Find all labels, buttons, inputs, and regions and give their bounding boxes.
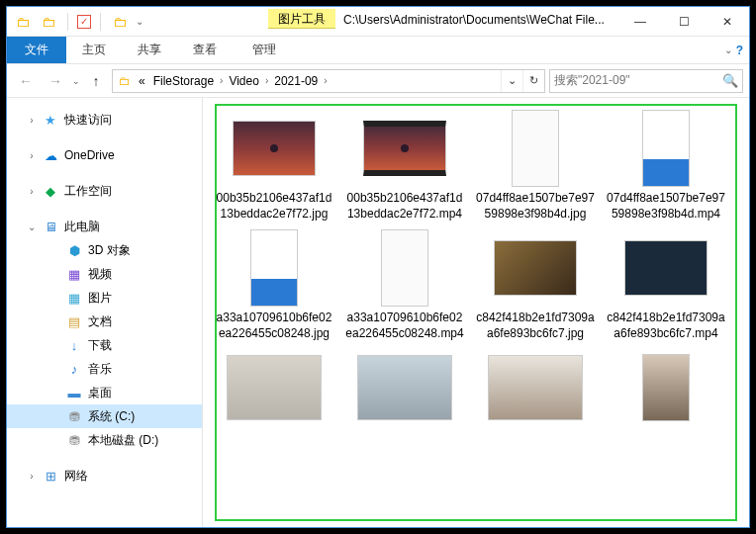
- sidebar-videos[interactable]: ›▦视频: [7, 262, 202, 286]
- search-icon[interactable]: 🔍: [722, 73, 738, 88]
- chevron-right-icon[interactable]: ›: [263, 75, 270, 86]
- sidebar-this-pc[interactable]: ⌄🖥此电脑: [7, 215, 202, 238]
- thumbnail: [357, 108, 452, 189]
- file-name: 00b35b2106e437af1d13beddac2e7f72.jpg: [211, 189, 337, 222]
- thumbnail: [227, 347, 322, 428]
- sidebar-onedrive[interactable]: ›☁OneDrive: [7, 143, 202, 167]
- file-item[interactable]: 07d4ff8ae1507be7e9759898e3f98b4d.mp4: [603, 108, 729, 222]
- tab-view[interactable]: 查看: [177, 37, 233, 63]
- sidebar-drive-d[interactable]: ›⛃本地磁盘 (D:): [7, 428, 202, 452]
- address-dropdown-icon[interactable]: ⌄: [501, 70, 522, 92]
- file-item[interactable]: c842f418b2e1fd7309aa6fe893bc6fc7.mp4: [603, 227, 729, 341]
- sidebar-3d-objects[interactable]: ›⬢3D 对象: [7, 238, 202, 262]
- thumbnail-image: [233, 121, 316, 176]
- video-icon: ▦: [66, 266, 82, 282]
- file-item[interactable]: 00b35b2106e437af1d13beddac2e7f72.jpg: [211, 108, 337, 222]
- picture-icon: ▦: [66, 290, 82, 306]
- help-icon[interactable]: ?: [736, 44, 743, 57]
- breadcrumb-overflow[interactable]: «: [135, 70, 149, 92]
- maximize-button[interactable]: ☐: [662, 7, 706, 36]
- qat-open-icon[interactable]: 🗀: [110, 12, 130, 32]
- file-name: [531, 428, 539, 430]
- file-item[interactable]: [603, 347, 729, 430]
- thumbnail-image: [512, 110, 559, 187]
- sidebar-quick-access[interactable]: ›★快速访问: [7, 108, 202, 132]
- body: ›★快速访问 ›☁OneDrive ›◆工作空间 ⌄🖥此电脑 ›⬢3D 对象 ›…: [7, 98, 749, 527]
- search-input[interactable]: 搜索"2021-09" 🔍: [549, 69, 743, 93]
- refresh-button[interactable]: ↻: [522, 70, 544, 92]
- tab-share[interactable]: 共享: [122, 37, 177, 63]
- chevron-right-icon[interactable]: ›: [322, 75, 329, 86]
- file-item[interactable]: [472, 347, 599, 430]
- thumbnail: [488, 347, 583, 428]
- breadcrumb-item[interactable]: 2021-09: [270, 70, 322, 92]
- file-item[interactable]: 00b35b2106e437af1d13beddac2e7f72.mp4: [341, 108, 468, 222]
- sidebar-desktop[interactable]: ›▬桌面: [7, 381, 202, 404]
- sidebar-downloads[interactable]: ›↓下载: [7, 333, 202, 357]
- file-list[interactable]: 00b35b2106e437af1d13beddac2e7f72.jpg00b3…: [203, 98, 749, 527]
- thumbnail: [488, 227, 583, 309]
- cube-icon: ⬢: [66, 242, 82, 258]
- separator: [100, 13, 101, 31]
- file-name: 07d4ff8ae1507be7e9759898e3f98b4d.mp4: [603, 189, 729, 222]
- sidebar-drive-c[interactable]: ›⛃系统 (C:): [7, 404, 202, 428]
- thumbnail: [488, 108, 583, 189]
- thumbnail-image: [250, 229, 298, 307]
- sidebar-music[interactable]: ›♪音乐: [7, 357, 202, 381]
- thumbnail-image: [642, 354, 690, 421]
- quick-access-toolbar: 🗀 🗀 ✓ 🗀 ⌄: [7, 7, 149, 36]
- desktop-icon: ▬: [66, 385, 82, 400]
- file-name: [401, 428, 409, 430]
- file-name: c842f418b2e1fd7309aa6fe893bc6fc7.mp4: [603, 309, 729, 341]
- qat-properties-icon[interactable]: ✓: [77, 15, 91, 29]
- tab-home[interactable]: 主页: [66, 37, 122, 63]
- breadcrumb-item[interactable]: Video: [225, 70, 262, 92]
- thumbnail: [618, 347, 713, 428]
- minimize-button[interactable]: —: [618, 7, 662, 36]
- thumbnail: [618, 227, 713, 309]
- file-name: c842f418b2e1fd7309aa6fe893bc6fc7.jpg: [472, 309, 599, 341]
- chevron-right-icon[interactable]: ›: [218, 75, 225, 86]
- document-icon: ▤: [66, 313, 82, 329]
- address-bar[interactable]: 🗀 « FileStorage › Video › 2021-09 › ⌄ ↻: [112, 69, 545, 93]
- file-name: 00b35b2106e437af1d13beddac2e7f72.mp4: [341, 189, 468, 222]
- file-item[interactable]: [341, 347, 468, 430]
- file-name: [662, 428, 670, 430]
- sidebar-workspace[interactable]: ›◆工作空间: [7, 179, 202, 203]
- breadcrumb-item[interactable]: FileStorage: [149, 70, 218, 92]
- thumbnail: [357, 227, 452, 309]
- separator: [67, 13, 68, 31]
- history-dropdown-icon[interactable]: ⌄: [72, 76, 80, 86]
- ribbon-expand[interactable]: ⌄ ?: [724, 37, 749, 63]
- ribbon: 文件 主页 共享 查看 管理 ⌄ ?: [7, 37, 749, 64]
- thumbnail-image: [357, 355, 452, 420]
- file-item[interactable]: c842f418b2e1fd7309aa6fe893bc6fc7.jpg: [472, 227, 599, 341]
- contextual-tab-label: 图片工具: [268, 9, 335, 29]
- network-icon: ⊞: [43, 468, 58, 484]
- sidebar-network[interactable]: ›⊞网络: [7, 464, 202, 488]
- folder-icon: 🗀: [115, 74, 135, 88]
- thumbnail-video: [624, 240, 708, 296]
- back-button[interactable]: ←: [13, 68, 39, 94]
- thumbnail: [227, 108, 322, 189]
- thumbnail-image: [488, 355, 583, 420]
- qat-dropdown-icon[interactable]: ⌄: [136, 16, 143, 27]
- file-item[interactable]: a33a10709610b6fe02ea226455c08248.mp4: [341, 227, 468, 341]
- close-button[interactable]: ✕: [706, 7, 749, 36]
- forward-button: →: [43, 68, 68, 94]
- file-tab[interactable]: 文件: [7, 37, 66, 63]
- up-button[interactable]: ↑: [84, 69, 108, 93]
- tab-manage[interactable]: 管理: [236, 37, 292, 63]
- pc-icon: 🖥: [43, 219, 58, 234]
- thumbnail: [618, 108, 713, 189]
- file-item[interactable]: 07d4ff8ae1507be7e9759898e3f98b4d.jpg: [472, 108, 599, 222]
- window-title: C:\Users\Administrator\Documents\WeChat …: [335, 7, 618, 36]
- search-placeholder: 搜索"2021-09": [554, 72, 630, 89]
- file-item[interactable]: [211, 347, 337, 430]
- sidebar-pictures[interactable]: ›▦图片: [7, 286, 202, 310]
- download-icon: ↓: [66, 337, 82, 353]
- thumbnail-image: [642, 110, 690, 187]
- file-item[interactable]: a33a10709610b6fe02ea226455c08248.jpg: [211, 227, 337, 341]
- qat-newfolder-icon[interactable]: 🗀: [39, 12, 58, 32]
- sidebar-documents[interactable]: ›▤文档: [7, 310, 202, 333]
